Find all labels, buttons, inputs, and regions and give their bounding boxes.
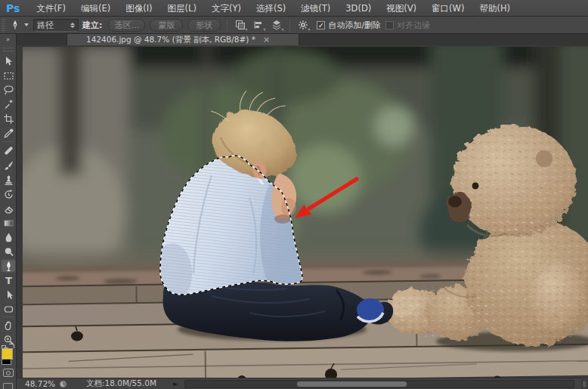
bear-nose xyxy=(448,196,462,208)
tool-shape[interactable] xyxy=(1,302,16,316)
pen-tool-icon xyxy=(3,261,14,272)
menu-item-filter[interactable]: 滤镜(T) xyxy=(293,0,338,17)
quick-mask-icon xyxy=(6,371,11,375)
menu-item-window[interactable]: 窗口(W) xyxy=(424,0,472,17)
tool-crop[interactable] xyxy=(1,112,16,125)
menu-item-select[interactable]: 选择(S) xyxy=(249,0,293,17)
tool-type[interactable]: T xyxy=(1,273,16,287)
tab-close-icon[interactable]: × xyxy=(263,35,270,45)
path-arrangement-icon xyxy=(271,20,282,30)
tools-panel: T xyxy=(0,45,17,389)
canvas-area[interactable] xyxy=(17,45,588,378)
screen-mode-button[interactable] xyxy=(3,383,13,389)
hand-tool-icon xyxy=(3,320,14,332)
menu-item-3d[interactable]: 3D(D) xyxy=(338,0,379,17)
tool-blur[interactable] xyxy=(1,230,16,244)
auto-add-delete-checkbox[interactable]: ✓ xyxy=(317,21,325,29)
pen-tool-preset-icon xyxy=(9,19,21,31)
shape-tool-icon xyxy=(3,304,14,315)
make-mask-button[interactable]: 蒙版 xyxy=(150,19,183,32)
document-tab-title: 142406.jpg @ 48.7% (背景 副本, RGB/8#) * xyxy=(86,35,255,45)
make-shape-button[interactable]: 形状 xyxy=(187,19,221,32)
svg-text:T: T xyxy=(5,275,12,286)
tool-marquee[interactable] xyxy=(1,69,16,82)
tool-lasso[interactable] xyxy=(1,83,16,97)
auto-add-delete-label: 自动添加/删除 xyxy=(328,20,381,31)
tool-options-bar: 路径 建立: 选区… 蒙版 形状 xyxy=(0,17,588,34)
healing-brush-tool-icon xyxy=(3,145,14,156)
tool-pen[interactable] xyxy=(1,259,16,273)
status-bar: 48.72% 文档:18.0M/55.0M ► xyxy=(17,378,588,389)
align-edges-checkbox[interactable] xyxy=(385,21,394,29)
gradient-tool-icon xyxy=(3,218,14,229)
move-tool-icon xyxy=(3,56,14,67)
tool-path-select[interactable] xyxy=(1,288,16,301)
tool-eraser[interactable] xyxy=(1,202,16,215)
path-arrangement-button[interactable] xyxy=(270,18,283,32)
document-tab[interactable]: 142406.jpg @ 48.7% (背景 副本, RGB/8#) * × xyxy=(67,34,299,45)
menu-item-edit[interactable]: 编辑(E) xyxy=(73,0,118,17)
foreground-color-swatch[interactable] xyxy=(2,348,13,360)
tool-quick-select[interactable] xyxy=(1,97,16,111)
make-selection-button[interactable]: 选区… xyxy=(108,19,145,32)
blur-tool-icon xyxy=(3,232,14,243)
chevron-down-icon xyxy=(24,23,29,26)
tool-mode-value: 路径 xyxy=(37,20,54,31)
document-tab-bar: » 142406.jpg @ 48.7% (背景 副本, RGB/8#) * × xyxy=(0,34,588,45)
menu-item-image[interactable]: 图像(I) xyxy=(118,0,159,17)
tool-mode-select[interactable]: 路径 xyxy=(33,19,79,32)
options-grip[interactable] xyxy=(2,19,5,31)
lasso-tool-icon xyxy=(3,85,14,96)
menu-item-view[interactable]: 视图(V) xyxy=(379,0,424,17)
photo-canvas[interactable] xyxy=(23,47,588,378)
quick-mask-button[interactable] xyxy=(3,369,14,377)
marquee-tool-icon xyxy=(3,70,14,82)
scrollbar-thumb[interactable] xyxy=(297,381,407,387)
gear-button[interactable] xyxy=(296,18,310,32)
tool-gradient[interactable] xyxy=(1,216,16,230)
path-select-tool-icon xyxy=(3,289,14,301)
menu-item-help[interactable]: 帮助(H) xyxy=(472,0,518,17)
tool-clone-stamp[interactable] xyxy=(1,173,16,187)
photoshop-window: Ps 文件(F) 编辑(E) 图像(I) 图层(L) 文字(Y) 选择(S) 滤… xyxy=(0,0,588,389)
clone-stamp-tool-icon xyxy=(3,174,14,186)
tool-history-brush[interactable] xyxy=(1,187,16,201)
history-brush-tool-icon xyxy=(3,189,14,200)
toolbar-grip[interactable] xyxy=(3,48,14,51)
separator xyxy=(227,19,227,31)
crop-tool-icon xyxy=(3,113,14,125)
tool-preset-picker[interactable] xyxy=(9,19,29,31)
status-expand-button[interactable]: ► xyxy=(173,380,178,387)
tool-dodge[interactable] xyxy=(1,245,16,258)
dodge-tool-icon xyxy=(3,246,14,258)
type-tool-icon: T xyxy=(3,275,14,286)
zoom-level-field[interactable]: 48.72% xyxy=(25,379,60,388)
brush-tool-icon xyxy=(3,160,14,171)
path-operations-button[interactable] xyxy=(234,18,247,32)
tool-eyedropper[interactable] xyxy=(1,126,16,140)
tool-move[interactable] xyxy=(1,54,16,68)
gear-icon xyxy=(298,20,308,30)
status-adobe-icon xyxy=(60,381,67,387)
align-edges-label: 对齐边缘 xyxy=(397,20,430,31)
menu-bar: Ps 文件(F) 编辑(E) 图像(I) 图层(L) 文字(Y) 选择(S) 滤… xyxy=(0,0,588,17)
path-alignment-button[interactable] xyxy=(252,18,265,32)
horizontal-scrollbar[interactable] xyxy=(184,380,574,388)
toolbar-separator xyxy=(2,316,14,317)
tool-hand[interactable] xyxy=(1,319,16,332)
path-alignment-icon xyxy=(253,20,264,30)
separator xyxy=(289,19,290,31)
menu-item-type[interactable]: 文字(Y) xyxy=(204,0,249,17)
bear-ear-inner xyxy=(536,150,552,167)
tool-healing-brush[interactable] xyxy=(1,144,16,157)
tool-brush[interactable] xyxy=(1,159,16,172)
menu-item-file[interactable]: 文件(F) xyxy=(29,0,73,17)
menu-item-layer[interactable]: 图层(L) xyxy=(160,0,204,17)
magic-wand-tool-icon xyxy=(3,99,14,110)
make-label: 建立: xyxy=(82,20,102,31)
path-operations-icon xyxy=(235,20,246,30)
bear-eye xyxy=(472,183,479,190)
ps-logo: Ps xyxy=(0,2,29,14)
eyedropper-tool-icon xyxy=(3,128,14,139)
toolbar-collapse-button[interactable]: » xyxy=(0,34,17,45)
